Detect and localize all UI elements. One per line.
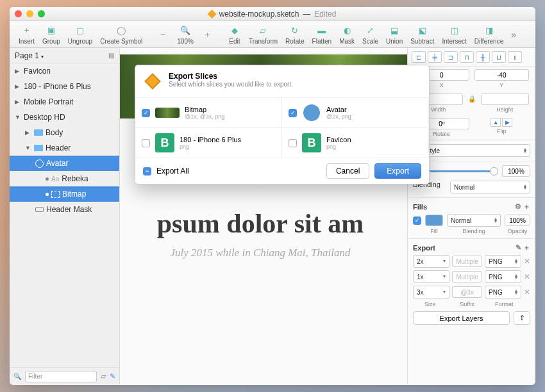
layer-item[interactable]: ▼Desktop HD [10,110,119,125]
layer-label: Favicon [24,67,51,76]
intersect-button[interactable]: ◫Intersect [438,24,470,45]
create-symbol-button[interactable]: ◯Create Symbol [96,24,146,45]
edit-button[interactable]: ◆Edit [224,24,245,45]
export-slices-dialog: Export Slices Select which slices you wo… [135,65,430,184]
remove-export-icon[interactable]: ✕ [524,257,530,266]
more-icon[interactable]: » [507,29,520,40]
distribute-button[interactable]: ⫾ [508,51,522,63]
export-edit-icon[interactable]: ✎ [516,243,521,251]
height-input[interactable] [481,94,530,105]
page-heading: psum dolor sit am [120,208,407,239]
opacity-input[interactable] [502,165,530,177]
share-button[interactable]: ⇧ [514,311,530,325]
zoom-out-button[interactable]: − [153,28,173,41]
page-list-icon[interactable]: ▤ [108,52,114,59]
layer-label: Avatar [46,159,68,168]
export-suffix-input[interactable] [452,286,482,298]
fill-swatch[interactable] [425,215,443,226]
transform-button[interactable]: ▱Transform [245,24,281,45]
lock-icon[interactable]: 🔒 [468,95,476,102]
maximize-icon[interactable] [38,10,45,17]
filter-input[interactable]: Filter [25,371,97,382]
align-top-button[interactable]: ⊓ [460,51,474,63]
slice-checkbox[interactable] [289,139,297,147]
remove-export-icon[interactable]: ✕ [524,288,530,297]
layer-item[interactable]: ▼Header [10,140,119,156]
group-button[interactable]: ▣Group [38,24,64,45]
slice-checkbox[interactable] [142,139,150,147]
app-icon [208,9,217,18]
layer-item[interactable]: ▶Body [10,125,119,140]
app-window: website-mockup.sketch — Edited ＋Insert ▣… [10,7,535,385]
y-input[interactable] [474,69,530,81]
align-center-v-button[interactable]: ╫ [476,51,490,63]
slice-icon [51,191,60,198]
layer-item[interactable]: Header Mask [10,202,119,217]
slice-checkbox[interactable]: ✓ [289,109,297,117]
ungroup-button[interactable]: ▢Ungroup [64,24,96,45]
cancel-button[interactable]: Cancel [326,163,369,179]
slice-filter-icon[interactable]: ▱ [101,372,106,380]
layer-item[interactable]: Avatar [10,156,119,171]
slice-desc: @2x, png [326,113,351,120]
edit-filter-icon[interactable]: ✎ [110,372,115,380]
minimize-icon[interactable] [26,10,33,17]
page-selector[interactable]: Page 1 ▾ ▤ [10,48,119,63]
flip-buttons[interactable]: ▲▶ [491,118,512,127]
export-header: Export [413,244,435,252]
slice-item[interactable]: BFaviconpng [282,128,429,158]
export-format-select[interactable]: PNG▴▾ [485,286,521,298]
fill-checkbox[interactable]: ✓ [413,216,421,225]
scale-button[interactable]: ⤢Scale [358,24,382,45]
close-icon[interactable] [15,10,22,17]
export-all-checkbox[interactable]: − [143,167,151,176]
export-format-select[interactable]: PNG▴▾ [485,270,521,283]
fill-opacity-input[interactable] [505,215,530,226]
blending-select[interactable]: Normal▴▾ [450,181,530,193]
zoom-level[interactable]: 🔍100% [173,24,197,45]
mask-button[interactable]: ◐Mask [335,24,358,45]
add-export-button[interactable]: ＋ [523,243,530,251]
union-button[interactable]: ⬓Union [382,24,407,45]
remove-export-icon[interactable]: ✕ [524,272,530,281]
layer-item[interactable]: ▶Mobile Portrait [10,94,119,110]
export-suffix-input[interactable] [452,256,482,267]
export-format-select[interactable]: PNG▴▾ [485,255,521,268]
zoom-in-button[interactable]: ＋ [197,28,218,41]
slice-item[interactable]: ✓Avatar@2x, png [282,98,429,128]
fill-blend-select[interactable]: Normal▴▾ [447,214,501,227]
align-center-h-button[interactable]: ╪ [428,51,442,63]
slice-item[interactable]: ✓Bitmap@1x, @3x, png [135,98,282,128]
fills-settings-icon[interactable]: ⚙ [515,202,521,210]
export-size-select[interactable]: 3x▾ [413,286,449,298]
circle-icon [35,159,44,168]
slice-name: 180 - iPhone 6 Plus [180,136,241,143]
flatten-button[interactable]: ▬Flatten [308,24,336,45]
layer-label: Header Mask [46,205,92,214]
export-all-label: Export All [156,167,189,176]
add-fill-button[interactable]: ＋ [523,202,530,210]
align-bottom-button[interactable]: ⊔ [492,51,506,63]
layer-label: Body [46,128,63,137]
shared-style-select[interactable]: ed Style▴▾ [413,144,530,157]
subtract-button[interactable]: ⬕Subtract [407,24,438,45]
export-size-select[interactable]: 1x▾ [413,270,449,283]
export-button[interactable]: Export [374,163,421,179]
insert-button[interactable]: ＋Insert [15,24,38,45]
layer-item[interactable]: ▶180 - iPhone 6 Plus [10,79,119,94]
rotate-button[interactable]: ↻Rotate [281,24,308,45]
mask-icon [35,207,44,212]
align-right-button[interactable]: ⊐ [444,51,458,63]
layer-item[interactable]: Bitmap [10,186,119,202]
export-size-select[interactable]: 2x▾ [413,255,449,268]
align-left-button[interactable]: ⊏ [412,51,426,63]
difference-button[interactable]: ◨Difference [471,24,507,45]
slice-checkbox[interactable]: ✓ [142,109,150,117]
export-suffix-input[interactable] [452,271,482,282]
layer-item[interactable]: AaRebeka [10,171,119,186]
titlebar: website-mockup.sketch — Edited [10,7,535,21]
export-layers-button[interactable]: Export Layers [413,311,510,325]
slice-item[interactable]: B180 - iPhone 6 Pluspng [135,128,282,158]
layer-item[interactable]: ▶Favicon [10,63,119,79]
slice-desc: png [326,143,351,150]
